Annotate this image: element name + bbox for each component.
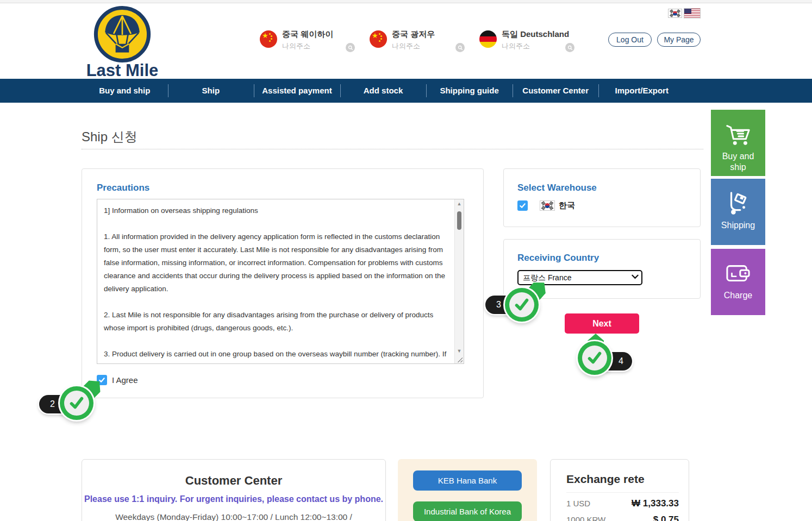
exchange-value: $ 0.75 [653, 514, 679, 521]
checkbox-check-icon [519, 202, 526, 209]
top-strip [0, 0, 812, 3]
warehouse-checkbox[interactable] [517, 200, 528, 211]
mypage-button[interactable]: My Page [657, 33, 701, 47]
exchange-rate-title: Exchange rete [566, 473, 689, 486]
side-button-buy-and-ship[interactable]: Buy and ship [711, 110, 765, 176]
scrollbar-thumb[interactable] [457, 211, 461, 230]
page-title: Ship 신청 [82, 128, 138, 146]
precautions-paragraph: 3. Product delivery is carried out in on… [104, 348, 449, 363]
annotation-step-2: 2 [39, 382, 142, 442]
customer-center-notice: Please use 1:1 inquiry. For urgent inqui… [82, 494, 385, 504]
search-icon[interactable] [565, 43, 574, 52]
divider [566, 492, 679, 493]
usa-flag-icon[interactable] [684, 8, 701, 18]
precautions-heading: Precautions [97, 183, 149, 193]
location-name: 중국 광저우 [392, 29, 435, 40]
header: Last Mile ★ 중국 웨이하이 나의주소 ★ 중국 광저우 나의주소 [0, 4, 812, 79]
location-my-address: 나의주소 [502, 41, 569, 51]
precautions-paragraph: 1] Information on overseas shipping regu… [104, 204, 449, 217]
exchange-row: 1000 KRW $ 0.75 [566, 514, 679, 521]
precautions-text: 1] Information on overseas shipping regu… [97, 199, 454, 363]
precautions-textbox[interactable]: 1] Information on overseas shipping regu… [97, 199, 464, 364]
select-warehouse-card: Select Warehouse 한국 [503, 168, 701, 227]
parachute-logo-icon [93, 5, 151, 63]
industrial-bank-button[interactable]: Industrial Bank of Korea [413, 501, 522, 521]
main-nav: Buy and ship Ship Assisted payment Add s… [0, 79, 812, 103]
scroll-up-icon[interactable]: ▲ [455, 201, 464, 206]
side-button-charge[interactable]: Charge [711, 249, 765, 315]
side-button-shipping[interactable]: Shipping [711, 179, 765, 245]
exchange-unit: 1 USD [566, 499, 590, 508]
nav-item-shipping-guide[interactable]: Shipping guide [426, 79, 513, 103]
nav-item-customer-center[interactable]: Customer Center [513, 79, 599, 103]
nav-item-ship[interactable]: Ship [168, 79, 254, 103]
location-my-address: 나의주소 [282, 41, 333, 51]
bank-box: KEB Hana Bank Industrial Bank of Korea [398, 459, 537, 521]
warehouse-locations: ★ 중국 웨이하이 나의주소 ★ 중국 광저우 나의주소 [260, 28, 589, 52]
side-button-label: Charge [716, 290, 760, 301]
korea-flag-icon[interactable] [668, 9, 682, 18]
nav-item-add-stock[interactable]: Add stock [340, 79, 427, 103]
nav-item-buy-and-ship[interactable]: Buy and ship [82, 79, 168, 103]
cart-icon [724, 121, 752, 149]
logout-button[interactable]: Log Out [608, 33, 652, 47]
location-guangzhou[interactable]: ★ 중국 광저우 나의주소 [370, 28, 479, 52]
wallet-icon [724, 260, 752, 288]
select-warehouse-heading: Select Warehouse [517, 183, 597, 193]
title-divider [82, 149, 703, 149]
customer-center-hours: Weekdays (Monday-Friday) 10:00~17:00 / L… [82, 510, 385, 521]
side-button-label: Shipping [716, 220, 760, 231]
korea-flag-icon [540, 200, 555, 211]
scrollbar[interactable]: ▲ ▼ [454, 199, 464, 363]
precautions-paragraph: 2. Last Mile is not responsible for any … [104, 309, 449, 335]
precautions-card: Precautions 1] Information on overseas s… [82, 168, 484, 398]
hours-line: Weekdays (Monday-Friday) 10:00~17:00 / L… [82, 510, 385, 521]
precautions-paragraph: 1. All information provided in the deliv… [104, 230, 449, 296]
scroll-down-icon[interactable]: ▼ [455, 348, 464, 354]
location-name: 중국 웨이하이 [282, 29, 333, 40]
search-icon[interactable] [455, 43, 465, 52]
annotation-step-4: 4 [573, 332, 660, 392]
location-my-address: 나의주소 [392, 41, 435, 51]
handtruck-icon [725, 190, 751, 218]
brand-wordmark: Last Mile [82, 61, 163, 80]
green-check-icon [505, 288, 539, 322]
nav-item-assisted-payment[interactable]: Assisted payment [254, 79, 340, 103]
keb-hana-bank-button[interactable]: KEB Hana Bank [413, 470, 522, 491]
location-germany[interactable]: 독일 Deutschland 나의주소 [479, 28, 589, 52]
germany-flag-icon [479, 30, 497, 48]
warehouse-option-label: 한국 [559, 200, 575, 211]
green-check-icon [60, 386, 93, 420]
exchange-value: ₩ 1,333.33 [632, 498, 679, 509]
china-flag-icon: ★ [370, 30, 387, 48]
nav-item-import-export[interactable]: Import/Export [598, 79, 685, 103]
exchange-rate-box: Exchange rete 1 USD ₩ 1,333.33 1000 KRW … [550, 459, 689, 521]
annotation-step-3: 3 [484, 281, 587, 341]
china-flag-icon: ★ [260, 30, 277, 48]
green-check-icon [578, 341, 611, 375]
exchange-row: 1 USD ₩ 1,333.33 [566, 498, 679, 509]
customer-center-title: Customer Center [82, 474, 385, 488]
receiving-country-heading: Receiving Country [517, 253, 599, 263]
customer-center-box: Customer Center Please use 1:1 inquiry. … [82, 459, 386, 521]
logo[interactable]: Last Mile [82, 5, 163, 80]
exchange-unit: 1000 KRW [566, 515, 605, 521]
side-button-label: Buy and ship [716, 151, 760, 173]
location-name: 독일 Deutschland [502, 29, 569, 40]
search-icon[interactable] [346, 43, 355, 52]
language-switcher [668, 9, 701, 18]
location-weihai[interactable]: ★ 중국 웨이하이 나의주소 [260, 28, 370, 52]
